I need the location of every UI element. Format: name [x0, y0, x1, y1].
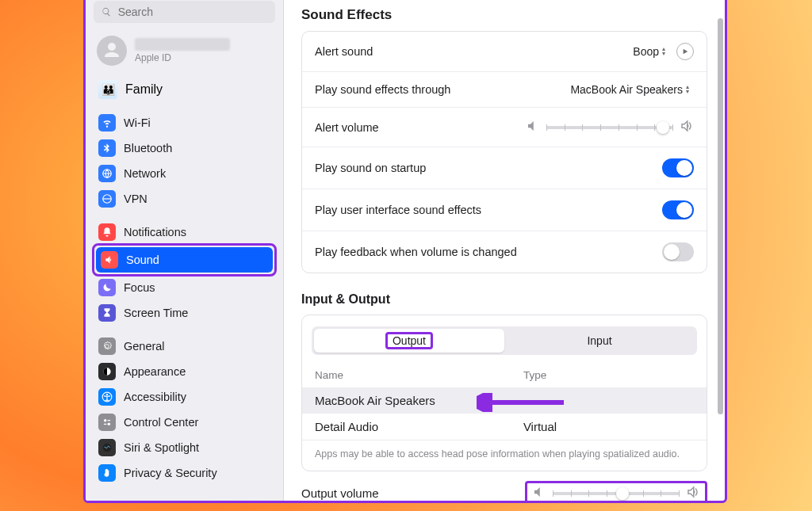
chevron-updown-icon: ▴▾: [686, 85, 694, 94]
search-field[interactable]: [94, 1, 275, 23]
apple-id-row[interactable]: Apple ID: [94, 31, 275, 74]
col-header-name: Name: [315, 369, 523, 381]
sidebar-item-siri-spotlight[interactable]: Siri & Spotlight: [94, 435, 275, 460]
main-content: Sound Effects Alert sound Boop ▴▾ Play s…: [284, 0, 725, 501]
sidebar-item-control-center[interactable]: Control Center: [94, 410, 275, 435]
sidebar-item-label: Siri & Spotlight: [124, 441, 199, 454]
sidebar: Apple ID 👪 Family Wi-FiBluetoothNetworkV…: [86, 0, 284, 501]
sidebar-item-label: Focus: [124, 281, 155, 294]
section-title-sound-effects: Sound Effects: [301, 7, 707, 23]
ui-effects-toggle[interactable]: [662, 200, 694, 219]
sidebar-item-label: Accessibility: [124, 391, 186, 403]
family-icon: 👪: [98, 80, 117, 99]
apple-id-sublabel: Apple ID: [135, 52, 230, 63]
accessibility-icon: [98, 388, 116, 406]
chevron-updown-icon: ▴▾: [662, 47, 670, 56]
control-icon: [98, 414, 116, 431]
sidebar-item-label: Privacy & Security: [124, 467, 217, 479]
sidebar-item-label: General: [124, 340, 165, 353]
speaker-icon: [101, 251, 118, 269]
sidebar-item-notifications[interactable]: Notifications: [94, 219, 275, 245]
section-title-input-output: Input & Output: [301, 292, 707, 307]
bluetooth-icon: [98, 139, 116, 157]
output-volume-label: Output volume: [301, 486, 379, 500]
sidebar-item-label: Control Center: [124, 416, 198, 429]
startup-label: Play sound on startup: [315, 162, 426, 174]
feedback-toggle[interactable]: [662, 242, 694, 261]
avatar: [97, 36, 127, 66]
sidebar-item-general[interactable]: General: [94, 334, 275, 359]
sidebar-item-family[interactable]: 👪 Family: [94, 75, 275, 104]
search-input[interactable]: [118, 6, 267, 18]
io-segmented-control: Output Input: [312, 326, 697, 355]
device-name: Detail Audio: [315, 420, 523, 433]
sidebar-item-label: Sound: [126, 254, 159, 266]
play-through-dropdown[interactable]: MacBook Air Speakers ▴▾: [570, 83, 694, 96]
alert-sound-dropdown[interactable]: Boop ▴▾: [633, 45, 670, 58]
alert-volume-slider[interactable]: [526, 119, 694, 135]
moon-icon: [98, 279, 116, 296]
bell-icon: [98, 223, 116, 241]
sidebar-item-label: Network: [124, 167, 166, 180]
vpn-icon: [98, 190, 116, 208]
alert-sound-label: Alert sound: [315, 45, 373, 58]
user-name-redacted: [135, 38, 230, 51]
sidebar-item-wi-fi[interactable]: Wi-Fi: [94, 110, 275, 135]
svg-point-6: [108, 423, 111, 426]
family-label: Family: [125, 82, 163, 97]
sidebar-item-label: Screen Time: [124, 307, 188, 319]
volume-low-icon: [526, 119, 540, 135]
search-icon: [102, 6, 112, 17]
play-through-label: Play sound effects through: [315, 83, 450, 96]
sidebar-item-label: Wi-Fi: [124, 116, 151, 129]
hourglass-icon: [98, 304, 116, 322]
sidebar-item-screen-time[interactable]: Screen Time: [94, 300, 275, 326]
sidebar-item-privacy-security[interactable]: Privacy & Security: [94, 460, 275, 486]
wifi-icon: [98, 114, 116, 132]
col-header-type: Type: [523, 369, 694, 381]
tab-input[interactable]: Input: [504, 329, 695, 353]
sidebar-item-network[interactable]: Network: [94, 161, 275, 186]
spatial-audio-note: Apps may be able to access head pose inf…: [302, 440, 707, 471]
gear-icon: [98, 337, 116, 355]
input-output-card: Output Input Name Type MacBook Air Speak…: [301, 315, 707, 471]
network-icon: [98, 165, 116, 182]
sidebar-item-sound[interactable]: Sound: [96, 247, 273, 273]
volume-high-icon: [680, 119, 694, 135]
hand-icon: [98, 464, 116, 482]
scrollbar[interactable]: [718, 18, 723, 414]
play-button[interactable]: [676, 43, 694, 60]
device-type: Virtual: [523, 420, 694, 433]
feedback-label: Play feedback when volume is changed: [315, 246, 517, 258]
output-volume-highlight: [525, 481, 707, 501]
alert-sound-value: Boop: [633, 45, 659, 58]
alert-volume-label: Alert volume: [315, 121, 379, 134]
sidebar-item-vpn[interactable]: VPN: [94, 186, 275, 212]
siri-icon: [98, 439, 116, 456]
tab-output[interactable]: Output: [314, 329, 504, 353]
annotation-arrow: [477, 393, 572, 412]
appearance-icon: [98, 363, 116, 380]
startup-toggle[interactable]: [662, 158, 694, 177]
system-settings-window: Apple ID 👪 Family Wi-FiBluetoothNetworkV…: [83, 0, 727, 503]
device-row[interactable]: Detail AudioVirtual: [302, 414, 707, 440]
volume-high-icon: [686, 485, 700, 501]
svg-point-5: [104, 419, 107, 422]
sidebar-item-appearance[interactable]: Appearance: [94, 359, 275, 384]
ui-effects-label: Play user interface sound effects: [315, 204, 481, 216]
sidebar-item-label: Notifications: [124, 226, 186, 238]
output-volume-slider[interactable]: [532, 485, 700, 501]
play-through-value: MacBook Air Speakers: [570, 83, 683, 96]
sidebar-item-accessibility[interactable]: Accessibility: [94, 384, 275, 410]
sidebar-item-label: Bluetooth: [124, 142, 172, 154]
sidebar-item-label: Appearance: [124, 365, 186, 378]
sidebar-item-focus[interactable]: Focus: [94, 275, 275, 300]
sound-effects-card: Alert sound Boop ▴▾ Play sound effects t…: [301, 31, 707, 273]
volume-low-icon: [532, 485, 546, 501]
sidebar-item-bluetooth[interactable]: Bluetooth: [94, 135, 275, 161]
svg-point-4: [106, 394, 108, 395]
sidebar-item-label: VPN: [124, 193, 147, 205]
